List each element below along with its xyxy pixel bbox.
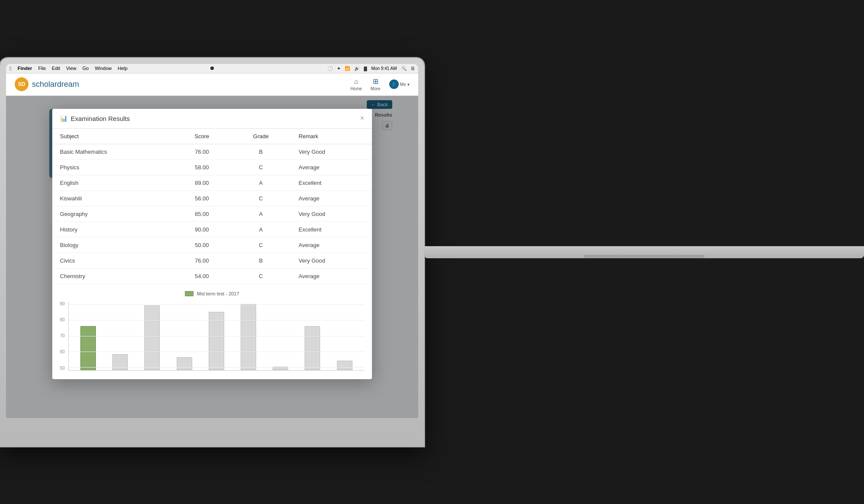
cell-remark: Average (291, 159, 372, 175)
chart-bar (273, 367, 288, 370)
modal-title-text: Examination Results (71, 115, 130, 122)
cell-remark: Average (291, 190, 372, 206)
cell-remark: Average (291, 237, 372, 253)
cell-subject: Physics (52, 159, 173, 175)
col-header-subject: Subject (52, 129, 173, 144)
cell-subject: Chemistry (52, 268, 173, 284)
menubar-search-icon[interactable]: 🔍 (401, 66, 407, 71)
user-avatar: 👤 (389, 79, 399, 89)
chart-bar (80, 326, 96, 370)
chart-bar (112, 354, 128, 370)
app-background: SD scholardream ⌂ Home ⊞ More (6, 73, 418, 418)
more-label: More (371, 86, 381, 91)
menubar-bluetooth-icon: ✦ (337, 66, 340, 71)
cell-remark: Very Good (291, 206, 372, 222)
cell-score: 76.00 (173, 253, 231, 268)
cell-grade: C (231, 159, 291, 175)
chart-bar (209, 312, 224, 370)
chart-bar-group (105, 301, 135, 370)
table-header-row: Subject Score Grade Remark (52, 129, 372, 144)
cell-subject: History (52, 222, 173, 237)
chart-bar-group (73, 301, 103, 370)
results-table: Subject Score Grade Remark Basic Mathema… (52, 129, 372, 284)
table-row: Civics 76.00 B Very Good (52, 253, 372, 268)
cell-score: 76.00 (173, 144, 231, 159)
menubar-help[interactable]: Help (118, 66, 128, 71)
menubar-window[interactable]: Window (95, 66, 111, 71)
app-nav: ⌂ Home ⊞ More 👤 Me ▾ (350, 77, 409, 91)
col-header-remark: Remark (291, 129, 372, 144)
menubar-clock-icon: 🕐 (327, 66, 333, 71)
chart-bars-area (68, 301, 364, 371)
col-header-grade: Grade (231, 129, 291, 144)
laptop-frame:  Finder File Edit View Go Window Help 🕐… (0, 58, 424, 447)
cell-remark: Very Good (291, 144, 372, 159)
cell-subject: Basic Mathematics (52, 144, 173, 159)
macos-screen:  Finder File Edit View Go Window Help 🕐… (6, 64, 418, 418)
cell-grade: B (231, 253, 291, 268)
y-axis-label: 60 (60, 349, 65, 354)
cell-remark: Very Good (291, 253, 372, 268)
grid-icon: ⊞ (373, 77, 378, 86)
app-logo-icon: SD (15, 77, 29, 91)
menubar-finder[interactable]: Finder (18, 66, 32, 71)
cell-remark: Excellent (291, 175, 372, 190)
chart-bar-group (137, 301, 167, 370)
cell-subject: Biology (52, 237, 173, 253)
menubar-view[interactable]: View (66, 66, 76, 71)
chart-bar-group (201, 301, 232, 370)
menubar-list-icon[interactable]: ☰ (411, 66, 415, 71)
chart-bar (337, 361, 353, 370)
table-row: Basic Mathematics 76.00 B Very Good (52, 144, 372, 159)
nav-home[interactable]: ⌂ Home (350, 78, 362, 91)
table-row: Geography 85.00 A Very Good (52, 206, 372, 222)
screen-bezel:  Finder File Edit View Go Window Help 🕐… (6, 64, 418, 418)
me-dropdown[interactable]: 👤 Me ▾ (389, 79, 410, 89)
home-icon: ⌂ (354, 78, 359, 86)
cell-score: 85.00 (173, 206, 231, 222)
cell-grade: C (231, 268, 291, 284)
chart-bar-group (297, 301, 327, 370)
y-axis-label: 70 (60, 333, 65, 338)
y-axis-label: 50 (60, 366, 65, 371)
table-row: Physics 58.00 C Average (52, 159, 372, 175)
cell-remark: Average (291, 268, 372, 284)
cell-score: 50.00 (173, 237, 231, 253)
cell-grade: A (231, 206, 291, 222)
cell-remark: Excellent (291, 222, 372, 237)
apple-logo-icon[interactable]:  (10, 65, 12, 72)
app-name-orange: scholar (32, 80, 57, 89)
modal-title: 📊 Examination Results (60, 115, 130, 122)
chart-bar-group (330, 301, 360, 370)
y-axis-label: 80 (60, 317, 65, 322)
table-row: English 89.00 A Excellent (52, 175, 372, 190)
me-label: Me (400, 82, 406, 87)
legend-label: Mid term test - 2017 (197, 291, 239, 296)
table-row: Kiswahili 56.00 C Average (52, 190, 372, 206)
menubar-edit[interactable]: Edit (52, 66, 60, 71)
chart-bar (305, 326, 320, 370)
chart-bar (241, 304, 256, 370)
cell-grade: B (231, 144, 291, 159)
table-row: Chemistry 54.00 C Average (52, 268, 372, 284)
examination-results-modal: 📊 Examination Results × Subject (52, 109, 372, 379)
cell-subject: Kiswahili (52, 190, 173, 206)
chevron-down-icon: ▾ (407, 82, 410, 87)
menubar-battery-icon: ▓ (364, 66, 367, 71)
chart-area: Mid term test - 2017 9080706050 (52, 284, 372, 379)
app-logo: SD scholardream (15, 77, 79, 91)
cell-score: 89.00 (173, 175, 231, 190)
menubar-volume-icon: 🔊 (354, 66, 359, 71)
nav-more[interactable]: ⊞ More (371, 77, 381, 91)
chart-bar-group (233, 301, 264, 370)
y-axis-label: 90 (60, 301, 65, 306)
menubar-file[interactable]: File (38, 66, 46, 71)
cell-grade: A (231, 222, 291, 237)
menubar-go[interactable]: Go (83, 66, 89, 71)
app-name-blue: dream (57, 80, 79, 89)
modal-close-button[interactable]: × (360, 115, 364, 122)
home-label: Home (350, 86, 362, 91)
modal-overlay: 📊 Examination Results × Subject (6, 96, 418, 418)
camera (210, 67, 214, 70)
cell-score: 54.00 (173, 268, 231, 284)
